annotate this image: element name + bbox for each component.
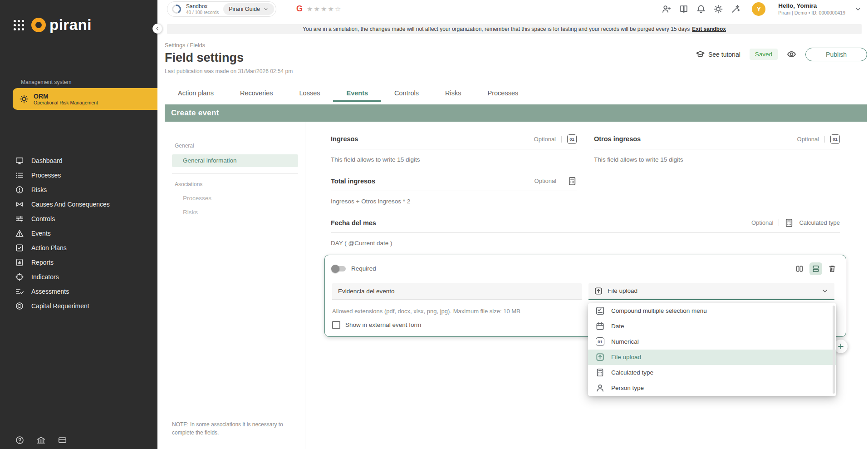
sandbox-records: 40 / 100 records xyxy=(186,10,219,15)
pirani-guide-label: Pirani Guide xyxy=(229,6,260,12)
field-meta: Optional xyxy=(535,177,577,186)
field-requirement: Optional xyxy=(797,136,819,143)
menu-option-date[interactable]: Date xyxy=(588,319,836,334)
field-head: Ingresos Optional 01 xyxy=(331,134,577,149)
field-name: Fecha del mes xyxy=(331,219,376,227)
tab-risks[interactable]: Risks xyxy=(432,85,474,102)
field-otros-ingresos[interactable]: Otros ingresos Optional 01 This field al… xyxy=(594,134,840,163)
divider xyxy=(779,219,779,226)
field-ingresos[interactable]: Ingresos Optional 01 This field allows t… xyxy=(331,134,577,163)
simulation-banner: You are in a simulation, the changes mad… xyxy=(167,24,862,34)
user-menu[interactable]: Hello, Yomira Pirani | Demo • ID: 000000… xyxy=(778,2,845,16)
tab-events[interactable]: Events xyxy=(333,85,381,102)
sidebar-item-label: Capital Requeriment xyxy=(31,302,89,310)
menu-option-person-type[interactable]: Person type xyxy=(588,380,836,396)
menu-option-numerical[interactable]: 01 Numerical xyxy=(588,334,836,350)
field-total-ingresos[interactable]: Total ingresos Optional Ingresos + Otros… xyxy=(331,177,577,205)
required-toggle[interactable] xyxy=(332,266,346,271)
tab-processes[interactable]: Processes xyxy=(475,85,532,102)
nav-divider xyxy=(172,224,298,224)
settings-gear-icon[interactable] xyxy=(714,5,723,14)
field-fecha-del-mes[interactable]: Fecha del mes Optional Calculated type D… xyxy=(331,218,840,247)
user-menu-chevron-icon[interactable] xyxy=(854,5,862,13)
sidebar-item-label: Controls xyxy=(31,215,55,222)
controls-icon xyxy=(15,215,24,223)
action-plans-icon xyxy=(15,244,24,252)
field-meta: Optional 01 xyxy=(797,134,840,144)
layout-rows-button[interactable] xyxy=(809,262,822,275)
module-tabs: Action plans Recoveries Losses Events Co… xyxy=(165,85,867,102)
see-tutorial-label: See tutorial xyxy=(708,51,740,58)
menu-option-compound-multiple-selection[interactable]: Compound multiple selection menu xyxy=(588,303,836,319)
editor-tools xyxy=(793,262,839,275)
sidebar-item-causes-consequences[interactable]: Causes And Consequences xyxy=(0,197,157,212)
section-header-create-event: Create event xyxy=(165,104,867,122)
exit-sandbox-link[interactable]: Exit sandbox xyxy=(692,26,726,32)
sidebar-item-processes[interactable]: Processes xyxy=(0,168,157,183)
apps-grid-icon[interactable] xyxy=(14,20,24,30)
sidebar-item-dashboard[interactable]: Dashboard xyxy=(0,153,157,168)
sidebar-item-reports[interactable]: Reports xyxy=(0,255,157,270)
pirani-guide-button[interactable]: Pirani Guide xyxy=(223,3,274,15)
help-icon[interactable] xyxy=(15,436,24,444)
field-description: This field allows to write 15 digits xyxy=(331,156,577,163)
sidebar-item-assessments[interactable]: Assessments xyxy=(0,284,157,299)
layout-columns-button[interactable] xyxy=(793,262,806,275)
external-form-checkbox[interactable] xyxy=(332,321,340,329)
nav-asociations-label: Asociations xyxy=(175,181,305,187)
see-tutorial-button[interactable]: See tutorial xyxy=(696,50,740,59)
sidebar-item-events[interactable]: Events xyxy=(0,226,157,241)
editor-toolbar: Required xyxy=(332,262,839,275)
tab-losses[interactable]: Losses xyxy=(286,85,333,102)
field-requirement: Optional xyxy=(535,178,556,184)
sidebar-item-action-plans[interactable]: Action Plans xyxy=(0,241,157,255)
field-name-input[interactable] xyxy=(332,283,582,300)
billing-card-icon[interactable] xyxy=(58,436,67,444)
nav-divider xyxy=(172,173,298,174)
field-type-value: File upload xyxy=(608,287,638,294)
user-avatar[interactable]: Y xyxy=(752,2,765,16)
menu-option-file-upload[interactable]: File upload xyxy=(588,350,836,365)
pirani-logo-icon xyxy=(31,18,46,32)
tab-action-plans[interactable]: Action plans xyxy=(165,85,227,102)
field-head: Fecha del mes Optional Calculated type xyxy=(331,218,840,233)
sidebar-item-indicators[interactable]: Indicators xyxy=(0,270,157,284)
nav-item-processes[interactable]: Processes xyxy=(183,195,305,202)
divider xyxy=(562,178,562,184)
assistant-wand-icon[interactable] xyxy=(731,5,740,14)
invite-user-icon[interactable] xyxy=(662,5,671,14)
nav-item-general-information[interactable]: General information xyxy=(172,154,298,167)
calculated-type-icon xyxy=(596,368,604,377)
notifications-bell-icon[interactable] xyxy=(696,5,706,14)
rating-stars[interactable]: ★★★★☆ xyxy=(307,5,342,13)
field-type-select[interactable]: File upload xyxy=(588,283,834,300)
menu-scrollbar[interactable] xyxy=(833,306,835,394)
sidebar-item-capital-requeriment[interactable]: Capital Requeriment xyxy=(0,299,157,313)
menu-option-label: File upload xyxy=(611,354,641,360)
preview-eye-icon[interactable] xyxy=(787,49,796,59)
sidebar-item-controls[interactable]: Controls xyxy=(0,212,157,226)
knowledge-base-icon[interactable] xyxy=(679,5,688,14)
breadcrumb[interactable]: Settings / Fields xyxy=(165,42,293,49)
organization-icon[interactable] xyxy=(37,436,45,444)
sidebar-item-label: Action Plans xyxy=(31,244,67,252)
nav-item-risks[interactable]: Risks xyxy=(183,209,305,216)
publish-button[interactable]: Publish xyxy=(805,48,867,61)
tab-recoveries[interactable]: Recoveries xyxy=(227,85,286,102)
sidebar-item-risks[interactable]: Risks xyxy=(0,183,157,197)
rating-widget: G ★★★★☆ xyxy=(296,4,342,14)
processes-icon xyxy=(15,171,24,179)
sidebar-item-label: Processes xyxy=(31,172,61,179)
sidebar-header: pirani xyxy=(0,0,157,34)
page-header-actions: See tutorial Saved Publish xyxy=(696,48,867,61)
menu-option-calculated-type[interactable]: Calculated type xyxy=(588,365,836,380)
field-row: Total ingresos Optional Ingresos + Otros… xyxy=(331,177,867,205)
tutorial-cap-icon xyxy=(696,50,705,59)
module-orm[interactable]: ORM Operational Risk Management xyxy=(13,88,157,110)
sandbox-pill[interactable]: Sandbox 40 / 100 records Pirani Guide xyxy=(167,1,276,17)
delete-field-button[interactable] xyxy=(826,262,839,275)
sidebar-collapse-button[interactable] xyxy=(152,24,162,34)
sidebar-item-label: Events xyxy=(31,230,51,237)
tab-controls[interactable]: Controls xyxy=(381,85,432,102)
rows-icon xyxy=(812,265,820,273)
